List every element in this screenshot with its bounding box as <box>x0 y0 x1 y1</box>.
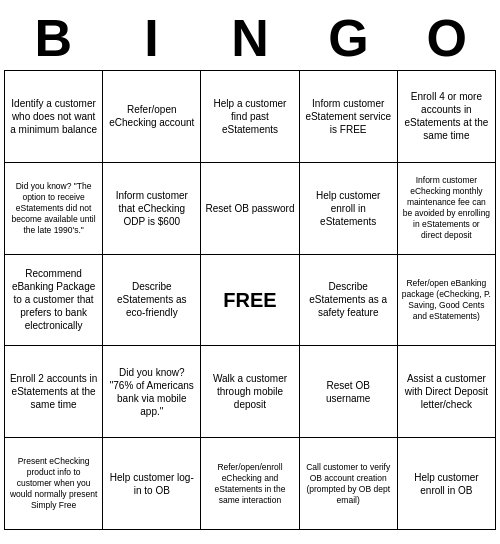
bingo-cell-18[interactable]: Reset OB username <box>300 346 398 438</box>
bingo-cell-15[interactable]: Enroll 2 accounts in eStatements at the … <box>5 346 103 438</box>
bingo-cell-2[interactable]: Help a customer find past eStatements <box>201 71 299 163</box>
bingo-cell-21[interactable]: Help customer log-in to OB <box>103 438 201 530</box>
bingo-cell-1[interactable]: Refer/open eChecking account <box>103 71 201 163</box>
letter-b: B <box>8 8 98 68</box>
bingo-cell-17[interactable]: Walk a customer through mobile deposit <box>201 346 299 438</box>
bingo-cell-9[interactable]: Inform customer eChecking monthly mainte… <box>398 163 496 255</box>
bingo-cell-6[interactable]: Inform customer that eChecking ODP is $6… <box>103 163 201 255</box>
bingo-cell-22[interactable]: Refer/open/enroll eChecking and eStateme… <box>201 438 299 530</box>
letter-g: G <box>303 8 393 68</box>
bingo-header: B I N G O <box>4 4 496 70</box>
letter-o: O <box>402 8 492 68</box>
bingo-cell-16[interactable]: Did you know? "76% of Americans bank via… <box>103 346 201 438</box>
bingo-cell-12[interactable]: FREE <box>201 255 299 347</box>
bingo-cell-5[interactable]: Did you know? "The option to receive eSt… <box>5 163 103 255</box>
bingo-cell-13[interactable]: Describe eStatements as a safety feature <box>300 255 398 347</box>
letter-n: N <box>205 8 295 68</box>
bingo-cell-8[interactable]: Help customer enroll in eStatements <box>300 163 398 255</box>
bingo-cell-14[interactable]: Refer/open eBanking package (eChecking, … <box>398 255 496 347</box>
bingo-card: B I N G O Identify a customer who does n… <box>0 0 500 534</box>
bingo-grid: Identify a customer who does not want a … <box>4 70 496 530</box>
bingo-cell-7[interactable]: Reset OB password <box>201 163 299 255</box>
bingo-cell-11[interactable]: Describe eStatements as eco-friendly <box>103 255 201 347</box>
letter-i: I <box>107 8 197 68</box>
bingo-cell-3[interactable]: Inform customer eStatement service is FR… <box>300 71 398 163</box>
bingo-cell-19[interactable]: Assist a customer with Direct Deposit le… <box>398 346 496 438</box>
bingo-cell-10[interactable]: Recommend eBanking Package to a customer… <box>5 255 103 347</box>
bingo-cell-23[interactable]: Call customer to verify OB account creat… <box>300 438 398 530</box>
bingo-cell-20[interactable]: Present eChecking product info to custom… <box>5 438 103 530</box>
bingo-cell-4[interactable]: Enroll 4 or more accounts in eStatements… <box>398 71 496 163</box>
bingo-cell-0[interactable]: Identify a customer who does not want a … <box>5 71 103 163</box>
bingo-cell-24[interactable]: Help customer enroll in OB <box>398 438 496 530</box>
